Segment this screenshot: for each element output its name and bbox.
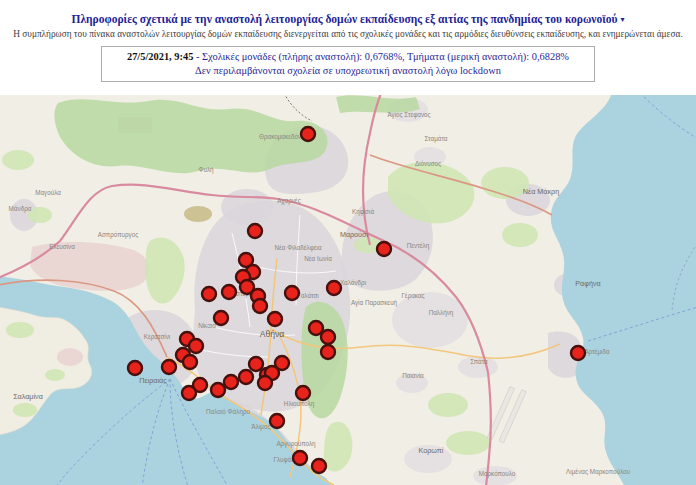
school-closure-marker[interactable] <box>270 414 284 428</box>
stats-note: Δεν περιλαμβάνονται σχολεία σε υποχρεωτι… <box>106 64 590 78</box>
school-closure-marker[interactable] <box>571 346 585 360</box>
map-town-label: Αρτέμιδα <box>584 348 610 356</box>
school-closure-marker[interactable] <box>377 242 391 256</box>
map-town-label: Μαρκόπουλο <box>479 470 516 478</box>
map-town-label: Γαλάτσι <box>297 292 319 299</box>
school-closure-marker[interactable] <box>189 339 203 353</box>
school-closure-marker[interactable] <box>285 286 299 300</box>
map-town-label: Μάνδρα <box>9 205 32 213</box>
map-town-label: Μαρούσι <box>340 230 369 239</box>
school-closure-marker[interactable] <box>275 356 289 370</box>
chevron-down-icon[interactable]: ▾ <box>620 15 624 24</box>
map-town-label: Αθήνα <box>260 329 285 339</box>
stats-line-1: 27/5/2021, 9:45 - Σχολικές μονάδες (πλήρ… <box>106 50 590 64</box>
school-closure-marker[interactable] <box>222 285 236 299</box>
map-town-label: Πεντέλη <box>407 242 430 250</box>
map-town-label: Κερατσίνι <box>144 333 171 341</box>
school-closure-marker[interactable] <box>296 386 310 400</box>
school-closure-marker[interactable] <box>249 357 263 371</box>
map-town-label: Παιανία <box>402 372 424 379</box>
map-town-label: Άλιμος <box>252 423 271 431</box>
school-closure-marker[interactable] <box>214 311 228 325</box>
page-subtitle: Η συμπλήρωση του πίνακα αναστολών λειτου… <box>0 29 696 40</box>
map-town-label: Κορωπί <box>419 446 444 455</box>
map-town-label: Γέρακας <box>401 292 424 300</box>
stats-timestamp: 27/5/2021, 9:45 <box>127 51 193 62</box>
map-town-label: Νίκαια <box>198 322 216 329</box>
school-closure-marker[interactable] <box>182 386 196 400</box>
map[interactable]: ΜάνδραΜαγούλαΕλευσίναΑσπρόπυργοςΦυλήΘρακ… <box>0 95 696 485</box>
map-town-label: Ηλιούπολη <box>284 400 315 408</box>
map-town-label: Λιμένας Μαρκοπούλου <box>566 468 630 476</box>
map-town-label: Διόνυσος <box>415 160 441 168</box>
map-town-label: Ελευσίνα <box>49 243 75 250</box>
map-town-label: Άγιος Στέφανος <box>387 111 430 119</box>
school-closure-marker[interactable] <box>162 360 176 374</box>
school-closure-marker[interactable] <box>268 312 282 326</box>
stats-box: 27/5/2021, 9:45 - Σχολικές μονάδες (πλήρ… <box>101 46 595 82</box>
school-closure-marker[interactable] <box>258 376 272 390</box>
map-town-label: Αργυρούπολη <box>276 440 316 448</box>
school-closure-marker[interactable] <box>321 330 335 344</box>
school-closure-marker[interactable] <box>327 281 341 295</box>
map-town-label: Αχαρνές <box>277 197 300 205</box>
school-closure-marker[interactable] <box>312 459 326 473</box>
school-closure-marker[interactable] <box>321 345 335 359</box>
map-town-label: Σαλαμίνα <box>13 392 43 401</box>
school-closure-marker[interactable] <box>224 375 238 389</box>
school-closure-marker[interactable] <box>301 127 315 141</box>
map-town-label: Κηφισιά <box>352 208 374 216</box>
info-dropdown[interactable]: Πληροφορίες σχετικά με την αναστολή λειτ… <box>0 13 696 26</box>
map-town-label: Παλαιό Φάληρο <box>206 408 250 416</box>
map-town-label: Νέα Ιωνία <box>304 255 332 262</box>
school-closure-marker[interactable] <box>248 224 262 238</box>
school-closure-marker[interactable] <box>128 361 142 375</box>
map-town-label: Χαλάνδρι <box>340 279 367 287</box>
map-town-label: Παλλήνη <box>429 309 454 317</box>
map-town-label: Νέα Μάκρη <box>523 187 559 196</box>
map-town-label: Φυλή <box>198 166 214 174</box>
school-closure-marker[interactable] <box>253 299 267 313</box>
page-title: Πληροφορίες σχετικά με την αναστολή λειτ… <box>72 13 618 25</box>
map-canvas: ΜάνδραΜαγούλαΕλευσίναΑσπρόπυργοςΦυλήΘρακ… <box>0 95 696 485</box>
map-town-label: Μαγούλα <box>35 189 61 197</box>
school-closure-marker[interactable] <box>202 287 216 301</box>
page-header: Πληροφορίες σχετικά με την αναστολή λειτ… <box>0 0 696 82</box>
map-town-label: Σταμάτα <box>425 135 448 143</box>
map-town-label: Νέα Φιλαδέλφεια <box>274 244 321 252</box>
school-closure-marker[interactable] <box>211 383 225 397</box>
map-town-label: Πειραιάς <box>139 376 167 385</box>
school-closure-marker[interactable] <box>239 370 253 384</box>
map-town-label: Αγία Παρασκευή <box>351 299 398 307</box>
map-town-label: Ασπρόπυργος <box>98 231 138 239</box>
map-town-label: Θρακομακεδόνες <box>259 133 307 141</box>
school-closure-marker[interactable] <box>183 355 197 369</box>
map-town-label: Ραφήνα <box>575 279 600 288</box>
school-closure-marker[interactable] <box>293 451 307 465</box>
map-town-label: Σπάτα <box>470 358 488 365</box>
stats-details: - Σχολικές μονάδες (πλήρης αναστολή): 0,… <box>193 51 569 62</box>
